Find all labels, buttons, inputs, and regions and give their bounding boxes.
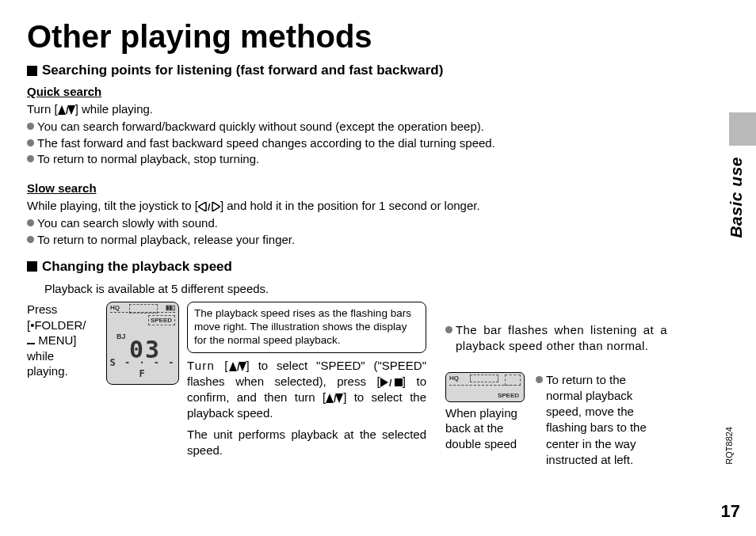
square-bullet-icon: [27, 261, 37, 272]
side-tab: [729, 112, 756, 146]
svg-marker-3: [198, 202, 206, 211]
play-stop-icon: /: [380, 378, 403, 387]
section-heading-speed: Changing the playback speed: [27, 259, 708, 275]
bullet-text: To return to normal playback, stop turni…: [37, 151, 259, 167]
bullet-icon: [445, 326, 452, 333]
quick-search-line: Turn [/] while playing.: [27, 101, 708, 117]
svg-marker-2: [67, 105, 75, 115]
double-speed-row: HQ SPEED When playing back at the double…: [445, 372, 667, 469]
lcd-bj-label: BJ: [116, 333, 126, 340]
section-heading-text: Searching points for listening (fast for…: [42, 63, 443, 78]
mid-instruction-2: The unit performs playback at the select…: [187, 427, 426, 459]
lcd-speed-label: SPEED: [498, 392, 519, 399]
svg-marker-5: [212, 202, 220, 211]
lcd-dashed-selection: [505, 374, 521, 386]
svg-text:/: /: [389, 378, 393, 387]
text-line: playing.: [27, 363, 98, 379]
small-lcd-illustration: HQ SPEED: [445, 372, 525, 402]
bullet-text: The fast forward and fast backward speed…: [37, 135, 495, 151]
bullet-icon: [27, 219, 34, 226]
quick-search-bullets: You can search forward/backward quickly …: [27, 119, 708, 167]
mid-column: The playback speed rises as the flashing…: [187, 302, 426, 458]
svg-marker-0: [58, 105, 66, 115]
double-speed-block: HQ SPEED When playing back at the double…: [445, 372, 525, 469]
manual-page: Other playing methods Searching points f…: [0, 0, 756, 536]
slow-search-bullets: You can search slowly with sound. To ret…: [27, 215, 708, 248]
right-column: The bar flashes when listening at a play…: [445, 322, 667, 468]
dial-up-down-icon: /: [58, 105, 75, 115]
bullet-icon: [27, 123, 34, 130]
slow-search-line: While playing, tilt the joystick to [/] …: [27, 198, 708, 214]
bullet-text: You can search forward/backward quickly …: [37, 119, 484, 135]
joystick-left-right-icon: /: [198, 202, 220, 211]
page-title: Other playing methods: [27, 19, 708, 55]
lcd-speed-bar: S - · - - F: [107, 357, 178, 379]
text-fragment: While playing, tilt the joystick to [: [27, 199, 198, 212]
svg-text:/: /: [208, 202, 211, 211]
tip-box: The playback speed rises as the flashing…: [187, 302, 426, 353]
dial-up-down-icon: /: [326, 393, 343, 403]
svg-rect-6: [27, 343, 35, 344]
text-fragment: ] while playing.: [75, 102, 153, 116]
bullet-icon: [27, 139, 34, 146]
lcd-battery-icon: ▮▮▯: [166, 304, 175, 311]
page-number: 17: [721, 501, 740, 522]
svg-marker-13: [326, 393, 334, 403]
bullet-text: You can search slowly with sound.: [37, 215, 218, 231]
text-line: while: [27, 348, 98, 364]
lcd-dashed-selection: [129, 304, 158, 314]
bullet-icon: [536, 376, 543, 383]
subheading-quick-search: Quick search: [27, 85, 708, 98]
lcd-dashed-selection: [148, 315, 175, 325]
lcd-divider: [449, 385, 521, 386]
bullet-text: To return to the normal playback speed, …: [546, 372, 655, 469]
lcd-dashed-selection: [470, 374, 498, 382]
side-section-label: Basic use: [727, 157, 746, 238]
lcd-illustration: HQ ▮▮▯ SPEED BJ 03 S - · - - F: [106, 302, 179, 385]
text-fragment: Turn [: [27, 102, 58, 116]
document-code: RQT8824: [724, 427, 734, 465]
text-fragment: Turn [: [187, 359, 229, 372]
double-speed-caption: When playing back at the double speed: [445, 405, 525, 452]
text-fragment: MENU]: [38, 333, 76, 347]
section-heading-search: Searching points for listening (fast for…: [27, 63, 708, 78]
text-line: Press: [27, 302, 98, 317]
svg-marker-7: [229, 362, 237, 371]
section-heading-text: Changing the playback speed: [42, 259, 232, 275]
speed-subtext: Playback is available at 5 different spe…: [44, 281, 708, 297]
speed-row: Press [•FOLDER/ MENU] while playing. HQ …: [27, 302, 708, 468]
right-bullet-2: To return to the normal playback speed, …: [536, 372, 655, 469]
bullet-text: The bar flashes when listening at a play…: [456, 322, 667, 355]
svg-marker-10: [380, 378, 388, 387]
press-instruction: Press [•FOLDER/ MENU] while playing.: [27, 302, 98, 379]
square-bullet-icon: [27, 66, 37, 76]
lcd-hq-label: HQ: [110, 304, 120, 311]
lcd-hq-label: HQ: [449, 374, 459, 382]
bullet-icon: [27, 155, 34, 162]
text-line: MENU]: [27, 333, 98, 348]
text-line: [•FOLDER/: [27, 317, 98, 333]
bullet-text: To return to normal playback, release yo…: [37, 232, 295, 248]
mid-instruction: Turn [/] to select "SPEED" ("SPEED" flas…: [187, 358, 426, 422]
text-fragment: ] and hold it in the position for 1 seco…: [220, 199, 480, 212]
subheading-slow-search: Slow search: [27, 181, 708, 195]
bullet-icon: [27, 236, 34, 243]
dial-up-down-icon: /: [229, 362, 246, 371]
right-bullet-1: The bar flashes when listening at a play…: [445, 322, 667, 355]
menu-bar-icon: [27, 341, 35, 346]
svg-rect-12: [395, 378, 403, 386]
